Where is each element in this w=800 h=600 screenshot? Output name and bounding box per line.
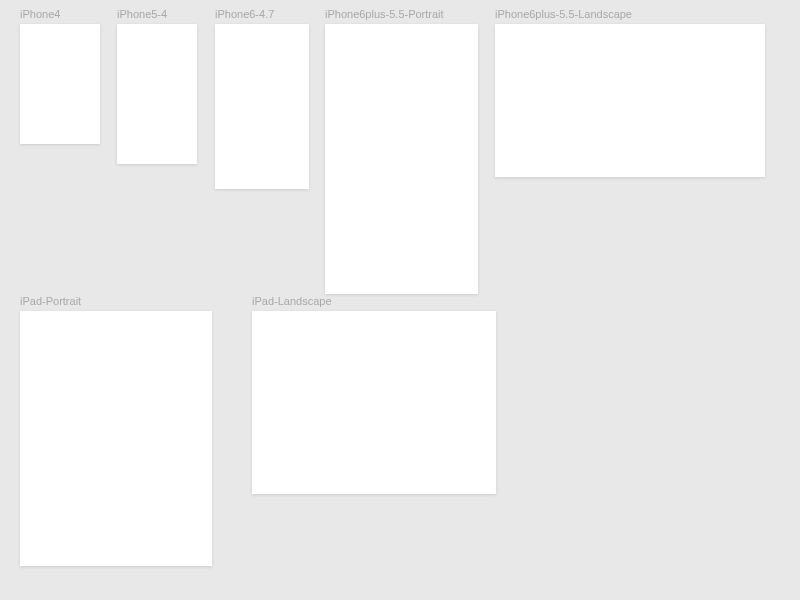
artboard-canvas[interactable] xyxy=(20,311,212,566)
artboard-label: iPhone5-4 xyxy=(117,8,197,20)
artboard-label: iPad-Landscape xyxy=(252,295,496,307)
artboard-iphone6plus-55-portrait[interactable]: iPhone6plus-5.5-Portrait xyxy=(325,8,478,294)
artboard-canvas[interactable] xyxy=(117,24,197,164)
artboard-canvas[interactable] xyxy=(325,24,478,294)
artboard-canvas[interactable] xyxy=(20,24,100,144)
artboard-iphone5-4[interactable]: iPhone5-4 xyxy=(117,8,197,164)
artboard-iphone4[interactable]: iPhone4 xyxy=(20,8,100,144)
artboard-label: iPhone6plus-5.5-Portrait xyxy=(325,8,478,20)
artboard-ipad-portrait[interactable]: iPad-Portrait xyxy=(20,295,212,566)
artboard-label: iPad-Portrait xyxy=(20,295,212,307)
artboard-canvas[interactable] xyxy=(252,311,496,494)
artboard-canvas[interactable] xyxy=(215,24,309,189)
artboard-canvas[interactable] xyxy=(495,24,765,177)
artboard-ipad-landscape[interactable]: iPad-Landscape xyxy=(252,295,496,494)
artboard-label: iPhone6plus-5.5-Landscape xyxy=(495,8,765,20)
artboard-iphone6-47[interactable]: iPhone6-4.7 xyxy=(215,8,309,189)
artboard-iphone6plus-55-landscape[interactable]: iPhone6plus-5.5-Landscape xyxy=(495,8,765,177)
artboard-label: iPhone4 xyxy=(20,8,100,20)
artboard-label: iPhone6-4.7 xyxy=(215,8,309,20)
